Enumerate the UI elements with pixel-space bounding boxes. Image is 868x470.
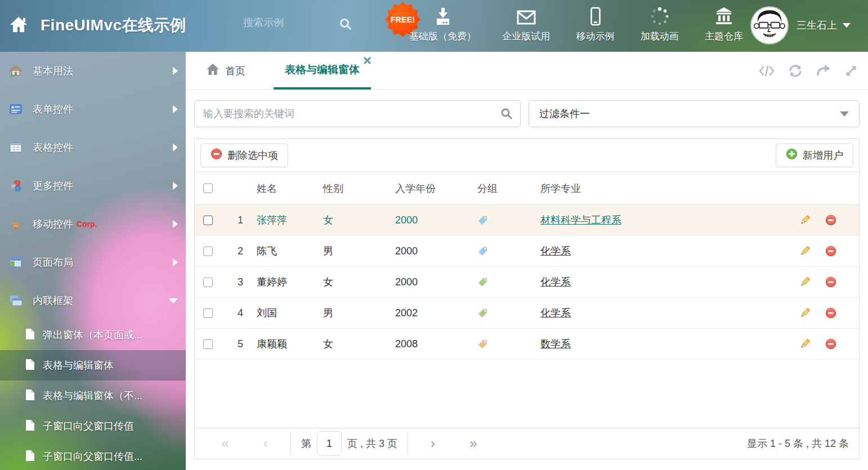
major-link[interactable]: 化学系 [540, 275, 571, 289]
table-row[interactable]: 2陈飞男2000化学系 [195, 236, 859, 267]
fullscreen-icon[interactable] [844, 64, 858, 78]
column-header-year[interactable]: 入学年份 [395, 182, 477, 195]
nav-loading-animation[interactable]: 加载动画 [641, 6, 679, 43]
sidebar-submenu: 弹出窗体（本页面或... 表格与编辑窗体 表格与编辑窗体（不... 子窗口向父窗… [0, 320, 186, 470]
form-icon [9, 104, 23, 114]
subitem-grid-edit-window-2[interactable]: 表格与编辑窗体（不... [0, 381, 186, 411]
keyword-search-input[interactable] [194, 100, 521, 127]
delete-row-icon[interactable] [825, 338, 836, 350]
header-search-input[interactable] [243, 17, 339, 29]
download-icon [432, 6, 454, 26]
edit-icon[interactable] [799, 307, 811, 319]
chevron-down-icon [840, 111, 849, 117]
table-row[interactable]: 4刘国男2002化学系 [195, 298, 859, 329]
tab-grid-edit-window[interactable]: 表格与编辑窗体 [274, 52, 371, 89]
subitem-popup-window[interactable]: 弹出窗体（本页面或... [0, 320, 186, 350]
cell-year: 2008 [395, 338, 477, 350]
sidebar-item-page-layout[interactable]: 页面布局 [0, 243, 186, 281]
file-icon [25, 419, 35, 433]
filter-dropdown[interactable]: 过滤条件一 [529, 100, 860, 127]
plus-circle-icon [786, 148, 798, 163]
major-link[interactable]: 数学系 [540, 337, 571, 351]
cell-gender: 男 [323, 244, 395, 258]
row-checkbox[interactable] [203, 308, 213, 318]
select-all-checkbox[interactable] [203, 183, 213, 193]
sidebar-item-more-controls[interactable]: 更多控件 [0, 167, 186, 205]
row-checkbox[interactable] [203, 277, 213, 287]
home-icon[interactable] [9, 16, 28, 36]
sidebar-item-mobile-controls[interactable]: 移动控件 Corp. [0, 205, 186, 243]
edit-icon[interactable] [799, 245, 811, 257]
cell-year: 2002 [395, 307, 477, 319]
mobile-icon [590, 6, 601, 26]
sidebar-item-iframe[interactable]: 内联框架 [0, 281, 186, 320]
nav-basic-free[interactable]: 基础版（免费） [409, 6, 476, 43]
chevron-right-icon [173, 258, 178, 266]
grid-panel: 删除选中项 新增用户 姓名 性别 入学年份 分组 所学专业 1张萍萍女2000材… [194, 138, 860, 459]
first-page-icon[interactable]: « [205, 437, 245, 450]
subitem-child-to-parent[interactable]: 子窗口向父窗口传值 [0, 411, 186, 441]
add-user-button[interactable]: 新增用户 [776, 144, 853, 167]
subitem-child-to-parent-2[interactable]: 子窗口向父窗口传值... [0, 441, 186, 470]
search-icon[interactable] [500, 108, 513, 120]
subitem-grid-edit-window[interactable]: 表格与编辑窗体 [0, 350, 186, 381]
page-number-input[interactable] [317, 431, 342, 456]
delete-row-icon[interactable] [825, 307, 836, 319]
column-header-major[interactable]: 所学专业 [540, 182, 790, 195]
chevron-right-icon [173, 220, 178, 228]
filter-row: 过滤条件一 [186, 90, 868, 127]
cell-gender: 女 [323, 275, 395, 289]
search-icon[interactable] [339, 17, 352, 33]
delete-row-icon[interactable] [825, 214, 836, 226]
column-header-group[interactable]: 分组 [477, 182, 540, 195]
nav-mobile-examples[interactable]: 移动示例 [576, 6, 615, 43]
sidebar-item-grid-controls[interactable]: 表格控件 [0, 128, 186, 167]
row-checkbox[interactable] [203, 339, 213, 349]
header-nav: 基础版（免费） 企业版试用 移动示例 加载动画 [409, 6, 743, 43]
sidebar-item-basic-usage[interactable]: 基本用法 [0, 52, 186, 90]
delete-row-icon[interactable] [825, 245, 836, 257]
edit-icon[interactable] [799, 276, 811, 288]
prev-page-icon[interactable]: ‹ [245, 437, 286, 450]
next-page-icon[interactable]: › [413, 437, 453, 450]
close-icon[interactable] [364, 57, 371, 64]
frames-icon [9, 295, 23, 306]
column-header-gender[interactable]: 性别 [323, 182, 395, 195]
edit-icon[interactable] [799, 338, 811, 350]
tab-bar: 首页 表格与编辑窗体 [186, 52, 868, 90]
cell-name: 董婷婷 [257, 275, 323, 289]
cell-year: 2000 [395, 276, 477, 288]
divider [408, 432, 408, 455]
chevron-right-icon [173, 144, 178, 151]
edit-icon[interactable] [799, 214, 811, 226]
tag-icon [477, 246, 488, 257]
table-row[interactable]: 1张萍萍女2000材料科学与工程系 [195, 205, 859, 236]
grid-header: 姓名 性别 入学年份 分组 所学专业 [195, 172, 859, 205]
major-link[interactable]: 化学系 [540, 306, 571, 320]
tab-home[interactable]: 首页 [203, 52, 249, 89]
nav-enterprise-trial[interactable]: 企业版试用 [502, 6, 550, 43]
row-checkbox[interactable] [203, 216, 213, 225]
row-checkbox[interactable] [203, 247, 213, 256]
table-row[interactable]: 3董婷婷女2000化学系 [195, 267, 859, 298]
major-link[interactable]: 材料科学与工程系 [540, 213, 621, 227]
source-code-icon[interactable] [759, 64, 775, 78]
home-tab-icon [206, 63, 220, 78]
user-menu[interactable]: 三生石上 [751, 7, 851, 43]
last-page-icon[interactable]: » [453, 437, 494, 450]
row-number: 2 [222, 245, 257, 257]
delete-row-icon[interactable] [825, 276, 836, 288]
column-header-name[interactable]: 姓名 [257, 182, 323, 195]
sidebar-item-form-controls[interactable]: 表单控件 [0, 90, 186, 128]
envelope-icon [516, 6, 536, 26]
nav-theme-repo[interactable]: 主题仓库 [705, 6, 743, 43]
delete-selected-button[interactable]: 删除选中项 [200, 144, 288, 167]
main-content: 首页 表格与编辑窗体 [186, 52, 868, 470]
table-row[interactable]: 5康颖颖女2008数学系 [195, 329, 859, 360]
refresh-icon[interactable] [788, 64, 803, 78]
pagination-bar: « ‹ 第 页 , 共 3 页 › » 显示 1 - 5 条 , 共 12 条 [195, 428, 859, 459]
tag-icon [477, 308, 488, 319]
chevron-down-icon [169, 298, 178, 303]
major-link[interactable]: 化学系 [540, 244, 571, 258]
open-new-window-icon[interactable] [816, 64, 831, 78]
